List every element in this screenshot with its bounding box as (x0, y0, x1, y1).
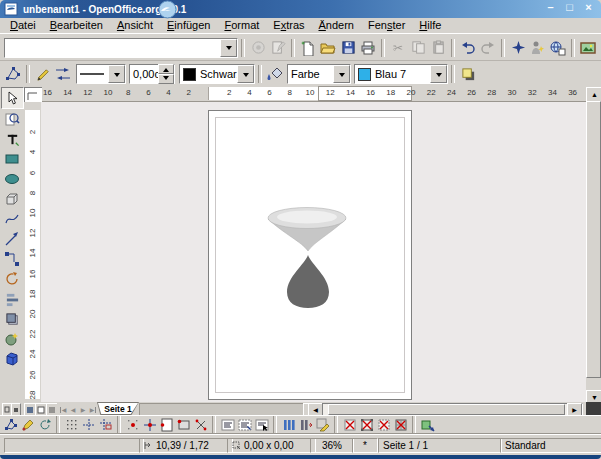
url-combobox[interactable] (4, 38, 238, 58)
snap-to-grid-toggle[interactable] (124, 417, 141, 433)
menu-hilfe[interactable]: Hilfe (412, 18, 448, 33)
rotate-tool-button[interactable] (2, 269, 23, 289)
status-position-field[interactable]: 10,39 / 1,72 (139, 438, 233, 453)
status-template-field[interactable]: Standard (500, 438, 601, 453)
snap-to-page-margins-toggle[interactable] (158, 417, 175, 433)
menu-fenster[interactable]: Fenster (361, 18, 412, 33)
snap-to-object-points-toggle[interactable] (192, 417, 209, 433)
page-tab-seite-1[interactable]: Seite 1 (97, 402, 139, 415)
scroll-up-button[interactable]: ▲ (586, 87, 601, 102)
funnel-drop-shape[interactable] (266, 206, 350, 310)
menu-extras[interactable]: Extras (266, 18, 311, 33)
undo-button[interactable] (458, 38, 478, 58)
edit-points-toggle[interactable] (2, 417, 19, 433)
fill-color-arrow[interactable] (430, 65, 447, 83)
allow-effects-toggle[interactable] (36, 417, 53, 433)
ruler-corner-icon[interactable] (24, 87, 43, 103)
stylist-button[interactable] (528, 38, 548, 58)
ellipse-tool-button[interactable] (2, 169, 23, 189)
v-ruler-number: 20 (28, 308, 37, 320)
quick-edit-toggle[interactable] (219, 417, 236, 433)
resize-corner[interactable] (586, 402, 601, 415)
double-click-edit-toggle[interactable] (253, 417, 270, 433)
handles-full-toggle[interactable] (392, 417, 409, 433)
edit-mode-toggle[interactable] (314, 417, 331, 433)
shadow-button[interactable] (458, 64, 478, 84)
line-color-arrow[interactable] (237, 65, 254, 83)
snap-to-helplines-toggle[interactable] (141, 417, 158, 433)
menu-format[interactable]: Format (217, 18, 266, 33)
rectangle-tool-button[interactable] (2, 149, 23, 169)
arrange-button[interactable] (2, 309, 23, 329)
title-bar[interactable]: unbenannt1 - OpenOffice.org 1.0.1 – □ × (0, 0, 601, 18)
zoom-tool-button[interactable] (2, 109, 23, 129)
picture-placeholder-toggle[interactable] (419, 417, 436, 433)
text-tool-button[interactable] (2, 129, 23, 149)
drawing-canvas[interactable] (41, 102, 586, 402)
handles-simple-toggle[interactable] (375, 417, 392, 433)
minimize-button[interactable]: – (544, 1, 557, 15)
maximize-button[interactable]: □ (563, 1, 576, 15)
line-color-combobox[interactable]: Schwarz (179, 64, 255, 84)
new-document-button[interactable] (298, 38, 318, 58)
edit-points-button[interactable] (3, 64, 23, 84)
gallery-button[interactable] (578, 38, 598, 58)
horizontal-ruler[interactable]: 1614121086422468101214161820222426283032… (42, 86, 586, 102)
grid-visible-toggle[interactable] (63, 417, 80, 433)
lines-arrows-button[interactable] (2, 229, 23, 249)
snap-border-icon (177, 418, 191, 432)
glue-points-toggle[interactable] (19, 417, 36, 433)
vertical-ruler[interactable]: 246810121416182022242628 (24, 102, 42, 402)
line-width-spinner[interactable]: 0,00cm (129, 64, 175, 84)
vertical-scroll-thumb[interactable] (586, 101, 601, 378)
effects-button[interactable] (2, 329, 23, 349)
curve-tool-button[interactable] (2, 209, 23, 229)
alignment-button[interactable] (2, 289, 23, 309)
spin-down-button[interactable] (158, 74, 174, 84)
open-button[interactable] (318, 38, 338, 58)
line-style-combobox[interactable] (76, 64, 126, 84)
menu-bearbeiten[interactable]: Bearbeiten (43, 18, 110, 33)
fill-type-combobox[interactable]: Farbe (287, 64, 351, 84)
horizontal-scroll-thumb[interactable] (328, 404, 565, 415)
helplines-moving-toggle[interactable] (97, 417, 114, 433)
handles-large-toggle[interactable] (358, 417, 375, 433)
function-bar: ✂ (0, 33, 601, 61)
vertical-scrollbar[interactable]: ▲ ▼ (586, 87, 601, 402)
menu-datei[interactable]: Datei (3, 18, 43, 33)
exit-all-groups-button[interactable] (297, 417, 314, 433)
menu-einfügen[interactable]: Einfügen (160, 18, 217, 33)
line-style-arrow[interactable] (108, 65, 125, 83)
url-combo-arrow[interactable] (220, 39, 237, 57)
snap-points-icon (194, 418, 208, 432)
close-button[interactable]: × (582, 1, 595, 15)
connector-icon (4, 251, 20, 267)
print-button[interactable] (358, 38, 378, 58)
helplines-visible-toggle[interactable] (80, 417, 97, 433)
status-size-field[interactable]: 0,00 x 0,00 (227, 438, 316, 453)
handles-plain-toggle[interactable] (341, 417, 358, 433)
select-tool-button[interactable] (1, 87, 24, 109)
select-text-area-toggle[interactable] (236, 417, 253, 433)
navigator-button[interactable] (508, 38, 528, 58)
fill-color-combobox[interactable]: Blau 7 (354, 64, 448, 84)
hyperlink-button[interactable] (548, 38, 568, 58)
save-button[interactable] (338, 38, 358, 58)
menu-ändern[interactable]: Ändern (312, 18, 361, 33)
status-zoom-field[interactable]: 36% (310, 438, 354, 453)
connector-tool-button[interactable] (2, 249, 23, 269)
modify-with-attributes-toggle[interactable] (280, 417, 297, 433)
fill-button[interactable] (265, 64, 285, 84)
arrow-ends-button[interactable] (53, 64, 73, 84)
snap-to-object-border-toggle[interactable] (175, 417, 192, 433)
3d-controller-button[interactable] (2, 349, 23, 369)
spin-up-button[interactable] (158, 64, 174, 74)
status-page-field[interactable]: Seite 1 / 1 (378, 438, 502, 453)
dblclick-text-icon (255, 418, 269, 432)
url-input[interactable] (5, 39, 220, 57)
next-page-icon: ▶ (81, 407, 86, 413)
3d-objects-button[interactable] (2, 189, 23, 209)
menu-ansicht[interactable]: Ansicht (110, 18, 160, 33)
line-button[interactable] (33, 64, 53, 84)
fill-type-arrow[interactable] (333, 65, 350, 83)
